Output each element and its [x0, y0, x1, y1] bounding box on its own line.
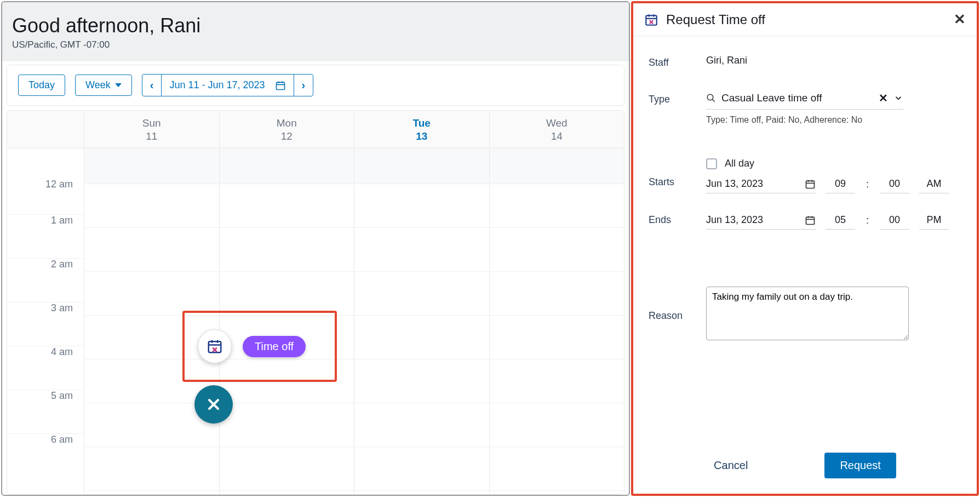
page-header: Good afternoon, Rani US/Pacific, GMT -07…: [2, 2, 629, 61]
timeoff-pill[interactable]: Time off: [243, 336, 306, 357]
hour-label: 6 am: [7, 433, 84, 477]
calendar-grid: Sun11 Mon12 Tue13 Wed14 12 am 1 am 2 am …: [7, 110, 624, 495]
svg-rect-24: [806, 217, 815, 224]
calendar-x-icon: [644, 13, 658, 27]
hour-label: 1 am: [7, 214, 84, 258]
day-head-wed[interactable]: Wed14: [489, 111, 624, 148]
close-icon: ✕: [954, 11, 966, 27]
panel-header: Request Time off ✕: [633, 3, 977, 36]
svg-rect-4: [209, 341, 221, 352]
chevron-down-icon[interactable]: [893, 93, 903, 103]
prev-button[interactable]: ‹: [142, 75, 162, 96]
view-label: Week: [85, 79, 111, 91]
staff-value: Giri, Rani: [706, 55, 961, 66]
svg-rect-20: [806, 181, 815, 188]
time-gutter: 12 am 1 am 2 am 3 am 4 am 5 am 6 am: [7, 148, 84, 494]
day-head-mon[interactable]: Mon12: [219, 111, 354, 148]
type-select[interactable]: Casual Leave time off ✕: [706, 89, 903, 110]
svg-point-18: [707, 94, 713, 100]
hour-label: 4 am: [7, 346, 84, 390]
ends-ampm-input[interactable]: PM: [919, 211, 949, 230]
starts-minute-input[interactable]: 00: [880, 175, 909, 193]
timeoff-pill-label: Time off: [255, 340, 294, 352]
chevron-left-icon: ‹: [150, 79, 154, 92]
caret-down-icon: [115, 83, 122, 87]
day-header-row: Sun11 Mon12 Tue13 Wed14: [7, 111, 624, 148]
hour-label: 3 am: [7, 302, 84, 346]
allday-label: All day: [725, 158, 754, 169]
panel-title: Request Time off: [666, 12, 765, 27]
calendar-pane: Good afternoon, Rani US/Pacific, GMT -07…: [1, 1, 630, 496]
today-label: Today: [28, 79, 55, 91]
hour-label: 5 am: [7, 390, 84, 433]
search-icon: [706, 93, 716, 103]
calendar-icon: [275, 80, 286, 91]
cancel-fab[interactable]: [194, 385, 233, 424]
request-timeoff-panel: Request Time off ✕ Staff Giri, Rani Type: [631, 1, 979, 496]
today-button[interactable]: Today: [18, 75, 65, 96]
svg-line-19: [712, 99, 715, 102]
day-head-tue[interactable]: Tue13: [354, 111, 489, 148]
fab-group: Time off: [198, 329, 306, 363]
chevron-right-icon: ›: [302, 79, 306, 92]
day-head-sun[interactable]: Sun11: [84, 111, 219, 148]
svg-rect-0: [276, 82, 284, 89]
day-col-mon[interactable]: [219, 148, 354, 494]
starts-date-value: Jun 13, 2023: [706, 178, 763, 190]
starts-date-input[interactable]: Jun 13, 2023: [706, 175, 816, 193]
day-col-wed[interactable]: [489, 148, 624, 494]
close-button[interactable]: ✕: [954, 11, 966, 28]
calendar-toolbar: Today Week ‹ Jun 11 - Jun 17, 2023 ›: [7, 65, 624, 106]
type-meta: Type: Time off, Paid: No, Adherence: No: [706, 115, 961, 125]
ends-hour-input[interactable]: 05: [826, 211, 855, 230]
staff-label: Staff: [649, 55, 706, 68]
date-range-button[interactable]: Jun 11 - Jun 17, 2023: [161, 75, 293, 96]
day-col-sun[interactable]: [84, 148, 219, 494]
day-col-tue[interactable]: [354, 148, 489, 494]
ends-date-value: Jun 13, 2023: [706, 214, 763, 226]
starts-label: Starts: [649, 153, 706, 188]
calendar-icon: [805, 179, 816, 190]
clear-icon[interactable]: ✕: [879, 92, 888, 105]
date-nav: ‹ Jun 11 - Jun 17, 2023 ›: [142, 74, 313, 96]
timezone-text: US/Pacific, GMT -07:00: [12, 39, 614, 50]
hour-label: 12 am: [7, 148, 84, 214]
allday-checkbox[interactable]: [706, 158, 717, 169]
reason-label: Reason: [649, 308, 706, 322]
starts-ampm-input[interactable]: AM: [919, 175, 949, 193]
cancel-button[interactable]: Cancel: [714, 453, 748, 478]
next-button[interactable]: ›: [294, 75, 313, 96]
ends-date-input[interactable]: Jun 13, 2023: [706, 211, 816, 230]
hour-label: 2 am: [7, 258, 84, 302]
reason-textarea[interactable]: [706, 287, 909, 340]
view-select[interactable]: Week: [75, 75, 132, 96]
timeoff-fab[interactable]: [198, 329, 232, 363]
greeting-text: Good afternoon, Rani: [12, 14, 614, 37]
ends-label: Ends: [649, 211, 706, 226]
svg-rect-12: [646, 15, 657, 25]
panel-footer: Cancel Request: [633, 443, 977, 494]
calendar-icon: [805, 215, 816, 226]
type-value: Casual Leave time off: [721, 92, 873, 104]
ends-minute-input[interactable]: 00: [880, 211, 909, 230]
type-label: Type: [649, 89, 706, 105]
date-range-text: Jun 11 - Jun 17, 2023: [169, 79, 265, 91]
starts-hour-input[interactable]: 09: [826, 175, 855, 193]
request-button[interactable]: Request: [824, 453, 896, 478]
